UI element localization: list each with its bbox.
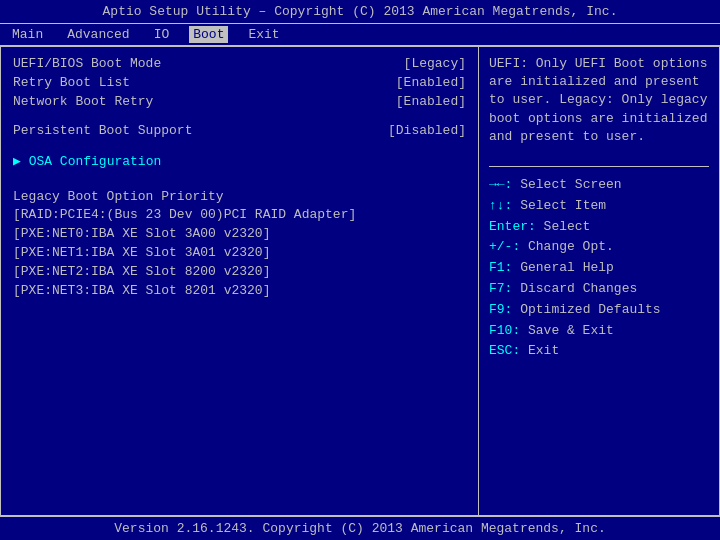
divider — [489, 166, 709, 167]
boot-option-0[interactable]: [RAID:PCIE4:(Bus 23 Dev 00)PCI RAID Adap… — [13, 206, 466, 223]
key-enter: Enter: Select — [489, 217, 709, 238]
menu-main[interactable]: Main — [8, 26, 47, 43]
menu-advanced[interactable]: Advanced — [63, 26, 133, 43]
boot-option-1[interactable]: [PXE:NET0:IBA XE Slot 3A00 v2320] — [13, 225, 466, 242]
persistent-boot-support-label: Persistent Boot Support — [13, 123, 192, 138]
uefi-bios-boot-mode-row[interactable]: UEFI/BIOS Boot Mode [Legacy] — [13, 55, 466, 72]
uefi-bios-boot-mode-value: [Legacy] — [404, 56, 466, 71]
network-boot-retry-label: Network Boot Retry — [13, 94, 153, 109]
key-f9: F9: Optimized Defaults — [489, 300, 709, 321]
retry-boot-list-label: Retry Boot List — [13, 75, 130, 90]
key-f1: F1: General Help — [489, 258, 709, 279]
menu-bar: Main Advanced IO Boot Exit — [0, 24, 720, 46]
retry-boot-list-row[interactable]: Retry Boot List [Enabled] — [13, 74, 466, 91]
key-change-opt: +/-: Change Opt. — [489, 237, 709, 258]
osa-configuration-item[interactable]: ▶ OSA Configuration — [13, 151, 466, 171]
osa-configuration-label: OSA Configuration — [29, 154, 162, 169]
key-esc: ESC: Exit — [489, 341, 709, 362]
help-description: UEFI: Only UEFI Boot options are initial… — [489, 55, 709, 146]
persistent-boot-support-row[interactable]: Persistent Boot Support [Disabled] — [13, 122, 466, 139]
network-boot-retry-value: [Enabled] — [396, 94, 466, 109]
title-bar: Aptio Setup Utility – Copyright (C) 2013… — [0, 0, 720, 24]
key-f10: F10: Save & Exit — [489, 321, 709, 342]
key-select-item: ↑↓: Select Item — [489, 196, 709, 217]
boot-option-3[interactable]: [PXE:NET2:IBA XE Slot 8200 v2320] — [13, 263, 466, 280]
key-select-screen: →←: Select Screen — [489, 175, 709, 196]
menu-io[interactable]: IO — [150, 26, 174, 43]
retry-boot-list-value: [Enabled] — [396, 75, 466, 90]
menu-exit[interactable]: Exit — [244, 26, 283, 43]
left-panel: UEFI/BIOS Boot Mode [Legacy] Retry Boot … — [1, 47, 479, 515]
footer-text: Version 2.16.1243. Copyright (C) 2013 Am… — [114, 521, 605, 536]
key-help-section: →←: Select Screen ↑↓: Select Item Enter:… — [489, 175, 709, 362]
footer: Version 2.16.1243. Copyright (C) 2013 Am… — [0, 516, 720, 540]
right-panel: UEFI: Only UEFI Boot options are initial… — [479, 47, 719, 515]
uefi-bios-boot-mode-label: UEFI/BIOS Boot Mode — [13, 56, 161, 71]
title-text: Aptio Setup Utility – Copyright (C) 2013… — [103, 4, 618, 19]
app: Aptio Setup Utility – Copyright (C) 2013… — [0, 0, 720, 540]
boot-option-4[interactable]: [PXE:NET3:IBA XE Slot 8201 v2320] — [13, 282, 466, 299]
main-content: UEFI/BIOS Boot Mode [Legacy] Retry Boot … — [0, 46, 720, 516]
legacy-boot-priority-header: Legacy Boot Option Priority — [13, 189, 466, 204]
menu-boot[interactable]: Boot — [189, 26, 228, 43]
network-boot-retry-row[interactable]: Network Boot Retry [Enabled] — [13, 93, 466, 110]
boot-option-2[interactable]: [PXE:NET1:IBA XE Slot 3A01 v2320] — [13, 244, 466, 261]
persistent-boot-support-value: [Disabled] — [388, 123, 466, 138]
key-f7: F7: Discard Changes — [489, 279, 709, 300]
osa-arrow-icon: ▶ — [13, 154, 29, 169]
